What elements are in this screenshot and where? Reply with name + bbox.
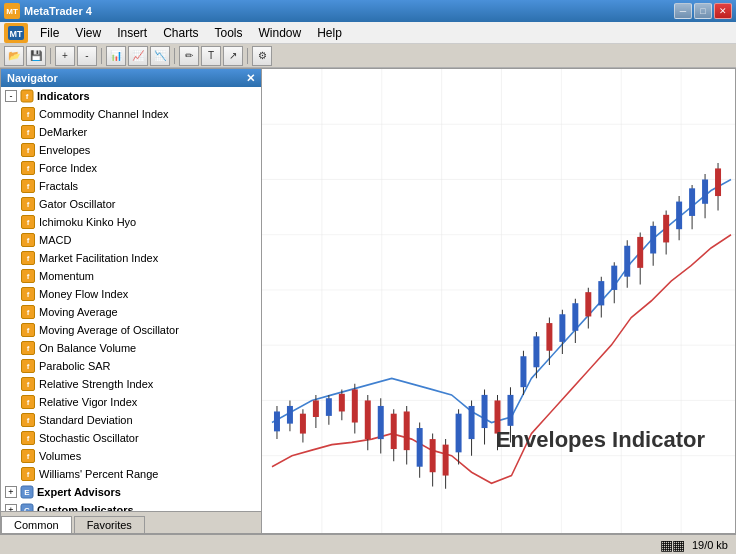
nav-item-ichimoku[interactable]: f Ichimoku Kinko Hyo (1, 213, 261, 231)
maximize-button[interactable]: □ (694, 3, 712, 19)
ea-expand-icon[interactable]: + (5, 486, 17, 498)
menu-charts[interactable]: Charts (155, 24, 206, 42)
nav-item-gator[interactable]: f Gator Oscillator (1, 195, 261, 213)
svg-rect-8 (262, 69, 735, 533)
fractals-icon: f (21, 179, 35, 193)
stddev-label: Standard Deviation (39, 414, 133, 426)
nav-item-fractals[interactable]: f Fractals (1, 177, 261, 195)
svg-rect-88 (689, 188, 695, 216)
momentum-label: Momentum (39, 270, 94, 282)
momentum-icon: f (21, 269, 35, 283)
svg-rect-72 (585, 292, 591, 316)
menu-view[interactable]: View (67, 24, 109, 42)
nav-item-money-flow[interactable]: f Money Flow Index (1, 285, 261, 303)
nav-item-wpr[interactable]: f Williams' Percent Range (1, 465, 261, 483)
sar-icon: f (21, 359, 35, 373)
navigator-list[interactable]: - f Indicators f Commodity Channel Index… (1, 87, 261, 511)
menu-file[interactable]: File (32, 24, 67, 42)
nav-section-custom[interactable]: + C Custom Indicators (1, 501, 261, 511)
nav-item-volumes[interactable]: f Volumes (1, 447, 261, 465)
zoom-out-button[interactable]: - (77, 46, 97, 66)
nav-item-ma[interactable]: f Moving Average (1, 303, 261, 321)
nav-item-momentum[interactable]: f Momentum (1, 267, 261, 285)
main-content: Navigator ✕ - f Indicators f Commodity C… (0, 68, 736, 534)
custom-expand-icon[interactable]: + (5, 504, 17, 511)
svg-rect-80 (637, 237, 643, 268)
svg-rect-82 (650, 226, 656, 254)
tab-common[interactable]: Common (1, 516, 72, 533)
svg-rect-28 (300, 414, 306, 434)
nav-item-mfi[interactable]: f Market Facilitation Index (1, 249, 261, 267)
stddev-icon: f (21, 413, 35, 427)
menu-tools[interactable]: Tools (207, 24, 251, 42)
toolbar: 📂 💾 + - 📊 📈 📉 ✏ T ↗ ⚙ (0, 44, 736, 68)
ea-label: Expert Advisors (37, 486, 121, 498)
macd-icon: f (21, 233, 35, 247)
title-bar-controls: ─ □ ✕ (674, 3, 732, 19)
volumes-label: Volumes (39, 450, 81, 462)
close-button[interactable]: ✕ (714, 3, 732, 19)
svg-rect-64 (533, 336, 539, 367)
nav-item-demarker[interactable]: f DeMarker (1, 123, 261, 141)
macd-label: MACD (39, 234, 71, 246)
maos-label: Moving Average of Oscillator (39, 324, 179, 336)
demarker-label: DeMarker (39, 126, 87, 138)
nav-item-cci[interactable]: f Commodity Channel Index (1, 105, 261, 123)
menu-insert[interactable]: Insert (109, 24, 155, 42)
menu-help[interactable]: Help (309, 24, 350, 42)
title-bar-title: MetaTrader 4 (24, 5, 92, 17)
nav-item-maos[interactable]: f Moving Average of Oscillator (1, 321, 261, 339)
nav-section-indicators[interactable]: - f Indicators (1, 87, 261, 105)
cci-icon: f (21, 107, 35, 121)
force-label: Force Index (39, 162, 97, 174)
indicators-expand-icon[interactable]: - (5, 90, 17, 102)
money-flow-icon: f (21, 287, 35, 301)
rvi-icon: f (21, 395, 35, 409)
arrow-button[interactable]: ↗ (223, 46, 243, 66)
line-chart-button[interactable]: 📉 (150, 46, 170, 66)
bar-chart-button[interactable]: 📊 (106, 46, 126, 66)
save-button[interactable]: 💾 (26, 46, 46, 66)
menu-window[interactable]: Window (251, 24, 310, 42)
custom-label: Custom Indicators (37, 504, 134, 511)
stoch-icon: f (21, 431, 35, 445)
nav-item-force[interactable]: f Force Index (1, 159, 261, 177)
nav-item-stoch[interactable]: f Stochastic Oscillator (1, 429, 261, 447)
svg-rect-86 (676, 202, 682, 230)
svg-rect-52 (456, 414, 462, 453)
candle-chart-button[interactable]: 📈 (128, 46, 148, 66)
svg-rect-54 (469, 406, 475, 439)
ma-label: Moving Average (39, 306, 118, 318)
wpr-icon: f (21, 467, 35, 481)
obv-label: On Balance Volume (39, 342, 136, 354)
nav-item-rvi[interactable]: f Relative Vigor Index (1, 393, 261, 411)
properties-button[interactable]: ⚙ (252, 46, 272, 66)
title-bar: MT MetaTrader 4 ─ □ ✕ (0, 0, 736, 22)
navigator-panel: Navigator ✕ - f Indicators f Commodity C… (0, 68, 262, 534)
nav-item-stddev[interactable]: f Standard Deviation (1, 411, 261, 429)
svg-rect-50 (443, 445, 449, 476)
nav-item-sar[interactable]: f Parabolic SAR (1, 357, 261, 375)
nav-item-obv[interactable]: f On Balance Volume (1, 339, 261, 357)
svg-rect-46 (417, 428, 423, 467)
toolbar-separator-2 (101, 48, 102, 64)
new-chart-button[interactable]: 📂 (4, 46, 24, 66)
draw-button[interactable]: ✏ (179, 46, 199, 66)
navigator-close-button[interactable]: ✕ (246, 72, 255, 85)
nav-item-rsi[interactable]: f Relative Strength Index (1, 375, 261, 393)
toolbar-separator-1 (50, 48, 51, 64)
navigator-title: Navigator (7, 72, 58, 84)
zoom-in-button[interactable]: + (55, 46, 75, 66)
nav-section-ea[interactable]: + E Expert Advisors (1, 483, 261, 501)
text-button[interactable]: T (201, 46, 221, 66)
menu-app-icon: MT (4, 23, 28, 43)
mfi-icon: f (21, 251, 35, 265)
nav-item-envelopes[interactable]: f Envelopes (1, 141, 261, 159)
minimize-button[interactable]: ─ (674, 3, 692, 19)
rsi-label: Relative Strength Index (39, 378, 153, 390)
tab-favorites[interactable]: Favorites (74, 516, 145, 533)
nav-item-macd[interactable]: f MACD (1, 231, 261, 249)
wpr-label: Williams' Percent Range (39, 468, 158, 480)
menu-bar: MT File View Insert Charts Tools Window … (0, 22, 736, 44)
svg-rect-48 (430, 439, 436, 472)
